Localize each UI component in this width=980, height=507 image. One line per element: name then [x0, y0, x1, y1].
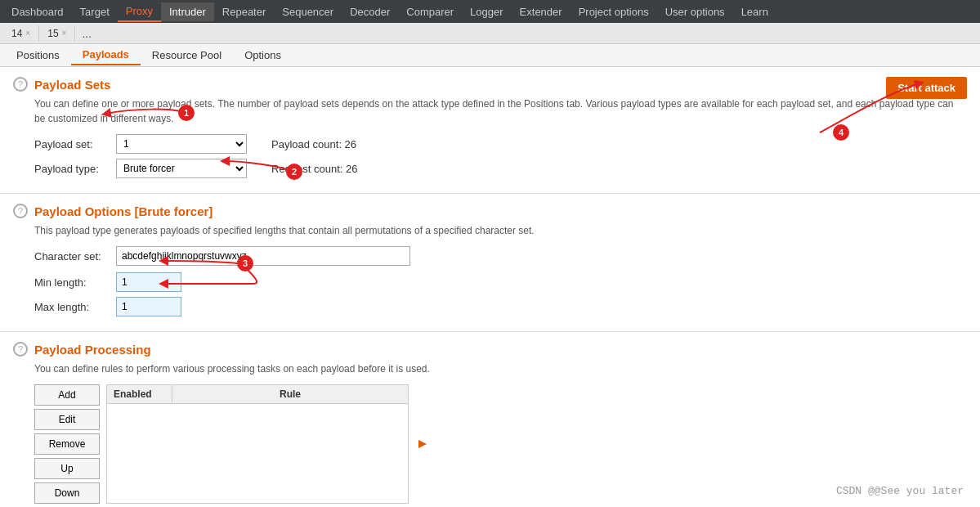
processing-table: Enabled Rule	[106, 384, 409, 504]
main-content: ? Payload Sets You can define one or mor…	[0, 67, 980, 507]
nav-learn[interactable]: Learn	[733, 2, 776, 21]
tab-bar: 14 × 15 × ...	[0, 23, 980, 44]
sub-tab-bar: Positions Payloads Resource Pool Options	[0, 44, 980, 67]
max-length-input[interactable]	[116, 297, 181, 316]
character-set-label: Character set:	[34, 250, 116, 262]
payload-processing-header: ? Payload Processing	[13, 342, 967, 357]
payload-processing-description: You can define rules to perform various …	[34, 361, 967, 376]
processing-table-header: Enabled Rule	[107, 385, 408, 404]
payload-options-header: ? Payload Options [Brute forcer]	[13, 204, 967, 218]
nav-target[interactable]: Target	[72, 2, 118, 21]
nav-repeater[interactable]: Repeater	[214, 2, 274, 21]
payload-processing-title: Payload Processing	[34, 343, 151, 357]
processing-right-arrow	[415, 384, 433, 504]
nav-logger[interactable]: Logger	[462, 2, 511, 21]
start-attack-button[interactable]: Start attack	[886, 77, 967, 99]
annotation-3: 3	[237, 255, 253, 271]
payload-processing-help-icon[interactable]: ?	[13, 342, 28, 357]
tab-15[interactable]: 15 ×	[39, 25, 75, 42]
payload-count-info: Payload count: 26	[271, 138, 356, 150]
annotation-1: 1	[178, 105, 195, 121]
max-length-label: Max length:	[34, 301, 116, 313]
up-button[interactable]: Up	[34, 458, 100, 479]
processing-table-body	[107, 404, 408, 486]
nav-project-options[interactable]: Project options	[571, 2, 657, 21]
col-enabled: Enabled	[107, 385, 172, 403]
min-length-row: Min length:	[34, 272, 967, 292]
payload-sets-description: You can define one or more payload sets.…	[34, 96, 967, 126]
character-set-row: Character set:	[34, 246, 967, 266]
nav-sequencer[interactable]: Sequencer	[274, 2, 342, 21]
top-nav: Dashboard Target Proxy Intruder Repeater…	[0, 0, 980, 23]
watermark: CSDN @@See you later	[836, 485, 964, 497]
tab-positions[interactable]: Positions	[5, 46, 71, 65]
payload-sets-title: Payload Sets	[34, 78, 110, 92]
payload-options-description: This payload type generates payloads of …	[34, 223, 967, 238]
remove-button[interactable]: Remove	[34, 433, 100, 455]
min-length-label: Min length:	[34, 276, 116, 289]
request-count-info: Request count: 26	[271, 163, 358, 175]
character-set-input[interactable]	[116, 246, 410, 266]
processing-table-wrap: Add Edit Remove Up Down Enabled Rule	[34, 384, 967, 504]
col-rule: Rule	[172, 385, 408, 403]
payload-options-help-icon[interactable]: ?	[13, 204, 28, 218]
nav-comparer[interactable]: Comparer	[398, 2, 462, 21]
nav-intruder[interactable]: Intruder	[161, 2, 214, 21]
annotation-2: 2	[286, 164, 302, 180]
tab-15-label: 15	[47, 28, 58, 39]
add-button[interactable]: Add	[34, 384, 100, 406]
payload-sets-help-icon[interactable]: ?	[13, 77, 28, 92]
tab-14[interactable]: 14 ×	[3, 25, 39, 42]
processing-buttons: Add Edit Remove Up Down	[34, 384, 100, 504]
payload-processing-section: ? Payload Processing You can define rule…	[0, 332, 980, 507]
payload-sets-header: ? Payload Sets	[13, 77, 967, 92]
payload-options-title: Payload Options [Brute forcer]	[34, 204, 213, 218]
payload-options-section: ? Payload Options [Brute forcer] This pa…	[0, 194, 980, 332]
tab-more[interactable]: ...	[75, 25, 98, 43]
nav-user-options[interactable]: User options	[657, 2, 733, 21]
payload-type-select[interactable]: Brute forcer Simple list Runtime file Cu…	[116, 159, 247, 178]
tab-resource-pool[interactable]: Resource Pool	[141, 46, 233, 65]
payload-set-label: Payload set:	[34, 138, 116, 150]
tab-14-close[interactable]: ×	[25, 29, 30, 38]
nav-dashboard[interactable]: Dashboard	[3, 2, 72, 21]
tab-options[interactable]: Options	[233, 46, 293, 65]
tab-payloads[interactable]: Payloads	[71, 45, 141, 65]
payload-type-label: Payload type:	[34, 163, 116, 175]
nav-extender[interactable]: Extender	[512, 2, 571, 21]
annotation-4: 4	[833, 124, 849, 141]
edit-button[interactable]: Edit	[34, 409, 100, 430]
nav-proxy[interactable]: Proxy	[118, 2, 161, 22]
nav-decoder[interactable]: Decoder	[342, 2, 398, 21]
tab-15-close[interactable]: ×	[62, 29, 67, 38]
min-length-input[interactable]	[116, 272, 181, 292]
tab-14-label: 14	[11, 28, 22, 39]
down-button[interactable]: Down	[34, 482, 100, 504]
svg-marker-0	[418, 440, 427, 448]
payload-set-select[interactable]: 1 2	[116, 134, 247, 154]
max-length-row: Max length:	[34, 297, 967, 316]
payload-sets-section: ? Payload Sets You can define one or mor…	[0, 67, 980, 194]
